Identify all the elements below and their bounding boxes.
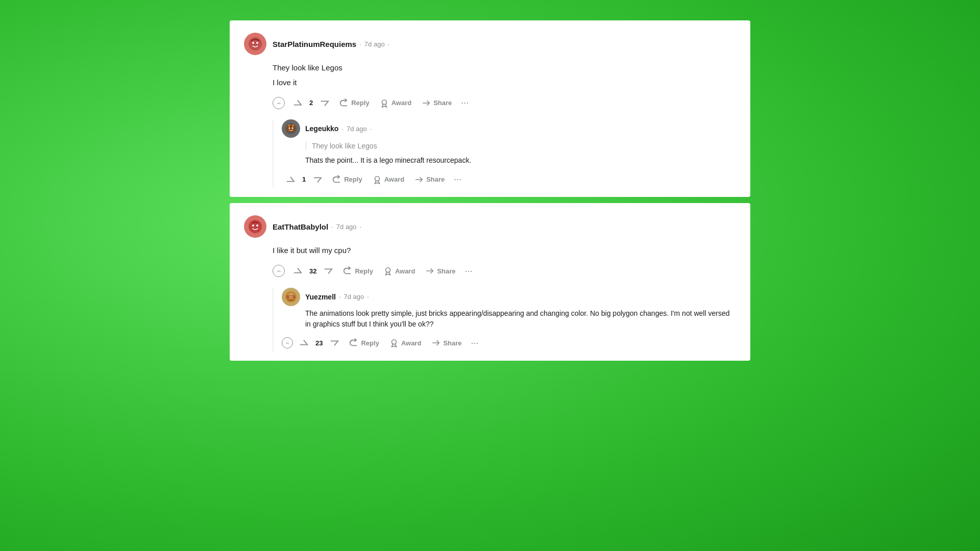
- reply-award-label-1-1: Award: [384, 176, 405, 183]
- avatar-icon-lege: [285, 122, 297, 135]
- upvote-icon-2: [293, 266, 302, 276]
- upvote-icon-1: [293, 98, 302, 108]
- username-2: EatThatBabylol: [273, 222, 328, 231]
- vote-area-2: 32: [289, 263, 337, 279]
- share-button-2[interactable]: Share: [421, 263, 459, 279]
- comment-section: StarPlatinumRequiems · 7d ago · They loo…: [230, 20, 750, 367]
- comment-actions-1: − 2 Reply Award Share: [244, 94, 736, 111]
- reply-header-2-1: Yuezmell · 7d ago ·: [282, 288, 736, 306]
- upvote-button-2[interactable]: [289, 263, 306, 279]
- reply-reply-icon-2-1: [349, 338, 358, 347]
- share-label-2: Share: [437, 267, 455, 275]
- reply-award-button-2-1[interactable]: Award: [385, 335, 426, 350]
- reply-award-icon-1-1: [373, 175, 382, 184]
- reply-label-2: Reply: [355, 267, 373, 275]
- more-dots-2: ···: [465, 266, 473, 276]
- comment-text-2-0: I like it but will my cpu?: [273, 245, 736, 257]
- reply-icon-1: [339, 98, 349, 108]
- share-icon-1: [422, 98, 431, 108]
- avatar-yuezmell: [282, 288, 300, 306]
- svg-point-1: [252, 42, 254, 44]
- reply-share-icon-1-1: [414, 175, 424, 184]
- user-meta-2: EatThatBabylol · 7d ago ·: [273, 222, 361, 231]
- reply-reply-label-1-1: Reply: [344, 176, 362, 183]
- reply-award-label-2-1: Award: [401, 339, 422, 347]
- downvote-button-1[interactable]: [316, 95, 333, 111]
- share-button-1[interactable]: Share: [418, 95, 456, 111]
- minus-icon-2: −: [277, 267, 281, 275]
- reply-downvote-icon-2-1: [330, 338, 339, 347]
- more-button-2[interactable]: ···: [462, 263, 476, 280]
- reply-upvote-icon-1-1: [286, 175, 295, 184]
- reply-reply-button-2-1[interactable]: Reply: [345, 335, 383, 350]
- minus-icon-1: −: [277, 99, 281, 107]
- svg-point-16: [288, 293, 293, 298]
- reply-more-dots-1-1: ···: [454, 174, 461, 184]
- avatar-icon-star: [248, 37, 262, 51]
- award-icon-1: [380, 98, 389, 108]
- vote-count-1: 2: [309, 99, 313, 107]
- comment-card-1: StarPlatinumRequiems · 7d ago · They loo…: [230, 20, 750, 197]
- svg-rect-6: [288, 124, 290, 127]
- share-label-1: Share: [433, 99, 452, 107]
- reply-actions-1-1: 1 Reply Award Shar: [282, 171, 736, 188]
- svg-point-22: [293, 296, 295, 298]
- reply-upvote-button-2-1[interactable]: [295, 335, 312, 350]
- collapse-minus-icon-2-1: −: [285, 339, 289, 347]
- more-button-1[interactable]: ···: [458, 94, 472, 111]
- reply-share-button-2-1[interactable]: Share: [427, 335, 465, 350]
- reply-downvote-button-2-1[interactable]: [326, 335, 343, 350]
- svg-point-12: [252, 224, 254, 227]
- reply-button-2[interactable]: Reply: [339, 263, 377, 279]
- svg-point-23: [391, 340, 396, 344]
- award-label-1: Award: [391, 99, 412, 107]
- comment-body-2: I like it but will my cpu?: [244, 245, 736, 257]
- reply-button-1[interactable]: Reply: [335, 95, 373, 111]
- reply-share-button-1-1[interactable]: Share: [410, 172, 449, 187]
- reply-share-label-1-1: Share: [426, 176, 445, 183]
- reply-vote-area-2-1: 23: [295, 335, 343, 350]
- reply-user-meta-2-1: Yuezmell · 7d ago ·: [305, 293, 369, 301]
- upvote-button-1[interactable]: [289, 95, 306, 111]
- svg-point-8: [289, 128, 290, 129]
- reply-upvote-icon-2-1: [299, 338, 308, 347]
- reply-user-meta-1-1: Legeukko · 7d ago ·: [305, 124, 372, 133]
- reply-more-button-2-1[interactable]: ···: [468, 335, 482, 352]
- collapse-button-2[interactable]: −: [273, 265, 285, 277]
- reply-reply-button-1-1[interactable]: Reply: [328, 172, 366, 187]
- reply-body-2-1: The animations look pretty simple, just …: [305, 308, 736, 330]
- reply-vote-count-2-1: 23: [315, 339, 323, 347]
- share-icon-2: [425, 266, 434, 276]
- comment-actions-2: − 32 Reply Award Share: [244, 263, 736, 280]
- svg-point-18: [291, 295, 292, 296]
- comment-card-2: EatThatBabylol · 7d ago · I like it but …: [230, 203, 750, 361]
- more-dots-1: ···: [461, 97, 469, 108]
- downvote-button-2[interactable]: [320, 263, 337, 279]
- reply-downvote-button-1-1[interactable]: [309, 172, 326, 187]
- vote-area-1: 2: [289, 95, 333, 111]
- award-button-2[interactable]: Award: [379, 263, 420, 279]
- reply-award-button-1-1[interactable]: Award: [369, 172, 409, 187]
- svg-point-10: [375, 176, 379, 181]
- timestamp-1: 7d ago: [364, 40, 385, 48]
- svg-point-14: [385, 268, 390, 272]
- svg-rect-7: [292, 124, 294, 127]
- svg-point-2: [256, 42, 258, 44]
- reply-block-2-1: Yuezmell · 7d ago · The animations look …: [273, 288, 736, 352]
- award-button-1[interactable]: Award: [376, 95, 416, 111]
- collapse-button-1[interactable]: −: [273, 97, 285, 109]
- reply-more-dots-2-1: ···: [471, 338, 479, 348]
- reply-actions-2-1: − 23 Reply: [282, 335, 736, 352]
- reply-username-1-1: Legeukko: [305, 124, 338, 133]
- svg-point-13: [256, 224, 258, 227]
- award-icon-2: [383, 266, 393, 276]
- collapse-circle-2-1[interactable]: −: [282, 337, 293, 348]
- reply-inner-2-1: Yuezmell · 7d ago · The animations look …: [274, 288, 736, 352]
- reply-reply-label-2-1: Reply: [361, 339, 379, 347]
- reply-downvote-icon-1-1: [313, 175, 322, 184]
- reply-icon-2: [343, 266, 352, 276]
- reply-upvote-button-1-1[interactable]: [282, 172, 299, 187]
- user-meta-1: StarPlatinumRequiems · 7d ago ·: [273, 40, 389, 48]
- reply-award-icon-2-1: [389, 338, 399, 347]
- reply-more-button-1-1[interactable]: ···: [451, 171, 464, 188]
